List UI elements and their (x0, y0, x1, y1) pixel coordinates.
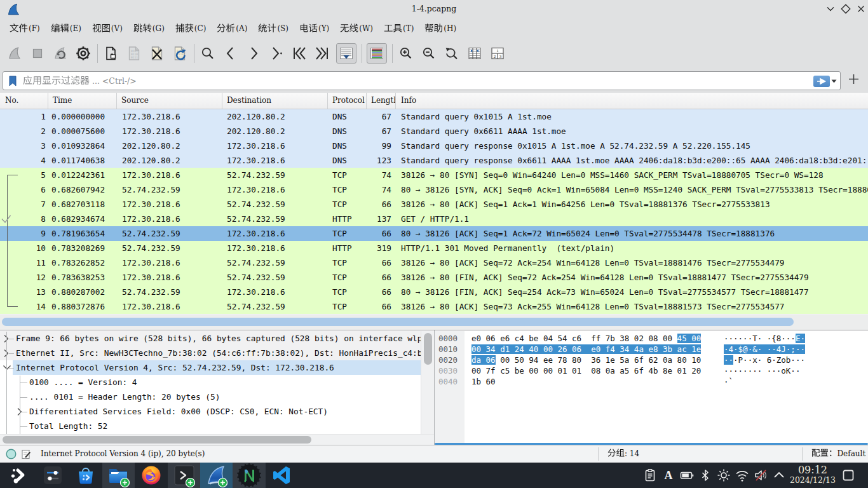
packet-list-hscroll-thumb[interactable] (2, 318, 794, 326)
packet-row-2[interactable]: 20.000075600172.30.218.6202.120.80.2DNS6… (0, 124, 868, 139)
add-filter-button[interactable] (848, 74, 859, 85)
go-last-button[interactable] (313, 44, 331, 62)
packet-row-3[interactable]: 30.010932864202.120.80.2172.30.218.6DNS9… (0, 139, 868, 153)
packet-row-12[interactable]: 120.783638253172.30.218.652.74.232.59TCP… (0, 270, 868, 285)
packet-row-4[interactable]: 40.011740638202.120.80.2172.30.218.6DNS1… (0, 153, 868, 168)
minimize-button[interactable] (822, 0, 839, 18)
detail-row-1[interactable]: Frame 9: 66 bytes on wire (528 bits), 66… (0, 331, 421, 346)
packet-row-7[interactable]: 70.682703118172.30.218.652.74.232.59TCP6… (0, 197, 868, 212)
layout-pick-button[interactable]: 123 (489, 44, 506, 62)
save-file-button[interactable]: 010101100111 (125, 44, 143, 62)
expert-info-button[interactable] (6, 449, 17, 459)
filter-bookmark-icon[interactable] (8, 76, 17, 86)
details-hscroll-thumb[interactable] (3, 436, 311, 444)
tray-input-method[interactable]: A (661, 468, 675, 482)
title-bar[interactable]: 1-4.pcapng (0, 0, 868, 19)
expander-collapsed-icon[interactable] (2, 348, 11, 358)
find-packet-button[interactable] (199, 44, 217, 62)
packet-row-13[interactable]: 130.88028700252.74.232.59172.30.218.6TCP… (0, 285, 868, 299)
start-capture-button[interactable] (6, 44, 24, 62)
apply-filter-button[interactable] (813, 76, 830, 87)
menu-shitu[interactable]: (V) (87, 20, 128, 36)
taskbar-launcher[interactable] (3, 463, 36, 488)
taskbar-control-center[interactable] (37, 463, 69, 488)
column-header-info[interactable]: Info (396, 93, 868, 109)
tray-bluetooth[interactable] (698, 468, 712, 482)
packet-row-11[interactable]: 110.783262852172.30.218.652.74.232.59TCP… (0, 255, 868, 270)
profile-status[interactable]: Default (811, 445, 865, 462)
restart-capture-button[interactable] (51, 44, 69, 62)
column-header-no[interactable]: No. (0, 93, 48, 109)
expander-collapsed-icon[interactable] (15, 407, 24, 417)
expander-collapsed-icon[interactable] (2, 334, 11, 344)
details-vscrollbar[interactable] (421, 331, 434, 434)
packet-row-14[interactable]: 140.880372876172.30.218.652.74.232.59TCP… (0, 299, 868, 314)
packet-row-6[interactable]: 60.68260794252.74.232.59172.30.218.6TCP7… (0, 182, 868, 197)
capture-options-button[interactable] (74, 44, 92, 62)
detail-row-6[interactable]: Differentiated Services Field: 0x00 (DSC… (0, 404, 421, 419)
tray-volume-muted[interactable] (754, 468, 768, 482)
go-first-button[interactable] (290, 44, 308, 62)
taskbar-wireshark[interactable] (200, 463, 233, 488)
tray-wifi[interactable] (735, 468, 749, 482)
packet-row-1[interactable]: 10.000000000172.30.218.6202.120.80.2DNS6… (0, 109, 868, 124)
zoom-in-button[interactable] (397, 44, 415, 62)
tray-battery[interactable] (680, 468, 694, 482)
menu-fenxi[interactable]: (A) (212, 20, 253, 36)
detail-row-7[interactable]: Total Length: 52 (0, 419, 421, 433)
filter-dropdown-button[interactable] (831, 79, 837, 83)
packet-row-10[interactable]: 100.78320826952.74.232.59172.30.218.6HTT… (0, 241, 868, 255)
close-file-button[interactable]: 010101100111 (148, 44, 166, 62)
taskbar-terminal[interactable] (168, 463, 200, 488)
column-header-time[interactable]: Time (48, 93, 117, 109)
maximize-button[interactable] (837, 0, 854, 18)
taskbar-firefox[interactable] (135, 463, 167, 488)
close-button[interactable] (853, 0, 868, 18)
open-file-button[interactable] (102, 44, 120, 62)
taskbar-neovim[interactable] (233, 463, 266, 488)
tray-brightness[interactable] (717, 468, 731, 482)
menu-bianji[interactable]: (E) (46, 20, 87, 36)
clock[interactable]: 09:12 2024/12/13 (787, 464, 838, 485)
packet-row-8[interactable]: 80.682934674172.30.218.652.74.232.59HTTP… (0, 212, 868, 226)
tray-clipboard[interactable] (643, 468, 657, 482)
taskbar-file-manager[interactable] (102, 463, 135, 488)
column-header-destination[interactable]: Destination (222, 93, 328, 109)
menu-buhuo[interactable]: (C) (170, 20, 212, 36)
column-header-length[interactable]: Length (367, 93, 396, 109)
detail-row-5[interactable]: .... 0101 = Header Length: 20 bytes (5) (0, 390, 421, 404)
show-desktop-button[interactable] (843, 470, 854, 481)
go-to-packet-button[interactable] (268, 44, 285, 62)
resize-columns-button[interactable] (466, 44, 484, 62)
zoom-out-button[interactable] (420, 44, 438, 62)
colorize-button[interactable] (367, 43, 387, 64)
tray-expand[interactable] (772, 468, 786, 482)
detail-row-3[interactable]: Internet Protocol Version 4, Src: 52.74.… (0, 360, 421, 375)
go-forward-button[interactable] (245, 44, 262, 62)
zoom-original-button[interactable] (443, 44, 461, 62)
menu-wenjian[interactable]: (F) (4, 20, 46, 36)
packet-row-9[interactable]: 90.78196365452.74.232.59172.30.218.6TCP6… (0, 226, 868, 241)
packet-list-hscrollbar[interactable] (0, 315, 868, 330)
taskbar-app-store[interactable] (70, 463, 102, 488)
detail-row-4[interactable]: 0100 .... = Version: 4 (0, 375, 421, 390)
details-vscroll-thumb[interactable] (424, 333, 432, 365)
column-header-protocol[interactable]: Protocol (328, 93, 367, 109)
details-hscrollbar[interactable] (0, 434, 434, 445)
menu-tiaozhuan[interactable]: (G) (128, 20, 170, 36)
expander-expanded-icon[interactable] (2, 363, 11, 373)
column-header-source[interactable]: Source (117, 93, 222, 109)
menu-bangzhu[interactable]: (H) (419, 20, 462, 36)
reload-file-button[interactable]: 010101100111 (171, 44, 189, 62)
menu-gongju[interactable]: (T) (379, 20, 419, 36)
stop-capture-button[interactable] (29, 44, 46, 62)
auto-scroll-button[interactable] (336, 43, 356, 64)
menu-wuxian[interactable]: (W) (335, 20, 379, 36)
menu-tongji[interactable]: (S) (253, 20, 294, 36)
packet-row-5[interactable]: 50.012242361172.30.218.652.74.232.59TCP7… (0, 168, 868, 182)
taskbar-vscode[interactable] (266, 463, 298, 488)
menu-dianhua[interactable]: (Y) (294, 20, 335, 36)
detail-row-2[interactable]: Ethernet II, Src: NewH3CTechno_7b:38:02 … (0, 346, 421, 360)
capture-comment-button[interactable] (21, 449, 32, 459)
go-back-button[interactable] (222, 44, 240, 62)
